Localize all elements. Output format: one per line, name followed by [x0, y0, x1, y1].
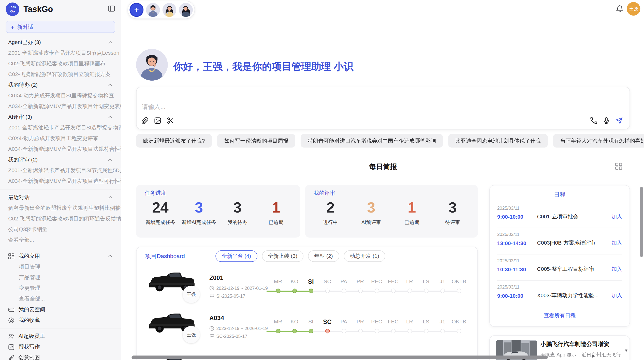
task-item[interactable]: Z001-全新燃油轻卡产品开发项目SI节点属性5D文件评审	[0, 165, 121, 176]
phone-call-icon[interactable]	[590, 117, 597, 125]
task-item[interactable]: A034-全新新能源MUV产品开发项目造型可行性评审	[0, 176, 121, 187]
app-item-project[interactable]: 项目管理	[0, 261, 121, 272]
join-link[interactable]: 加入	[611, 239, 622, 247]
sidebar-item-ai-staff[interactable]: AI超级员工	[0, 331, 121, 342]
chevron-up-icon	[108, 83, 113, 87]
section-recent-chats[interactable]: 最近对话	[0, 192, 121, 203]
add-agent-button[interactable]: +	[129, 3, 143, 17]
scissors-icon[interactable]	[167, 117, 174, 125]
task-item[interactable]: Z001-全新燃油皮卡产品开发项目SI节点Lesson Learn报告	[0, 48, 121, 58]
suggestion-chip[interactable]: 当下年轻人对汽车外观有怎样的喜好趋势	[553, 134, 644, 147]
stat: 3 待评审	[432, 199, 473, 226]
new-chat-button[interactable]: + 新对话	[6, 21, 115, 33]
section-my-review[interactable]: 我的评审 (2)	[0, 155, 121, 165]
composer-right-icons	[590, 117, 623, 125]
section-agent-done[interactable]: Agent已办 (3)	[0, 37, 121, 48]
user-avatar[interactable]: 王强	[627, 2, 640, 16]
vertical-scrollbar-thumb[interactable]	[640, 187, 643, 257]
milestone-label: LS	[418, 277, 434, 286]
avatar[interactable]	[179, 3, 193, 17]
task-item[interactable]: Z001-全新燃油轻卡产品开发项目SI造型提交物评审	[0, 123, 121, 133]
owner-name: 王强	[187, 291, 196, 297]
recent-chat-item[interactable]: C02-飞腾新能源轻客改款项目的闭环通告反馈情况	[0, 213, 121, 224]
attachment-icon[interactable]	[141, 117, 149, 125]
schedule-event: 2025/03/11 13:00-14:30 C003|H0B-方案冻结评审 加…	[497, 228, 622, 254]
join-link[interactable]: 加入	[611, 292, 622, 299]
logo-row: Task Go TaskGo	[0, 0, 121, 18]
recent-chat-item[interactable]: 解释最新出台的欧盟报废车法规再生塑料比例被调至15%...	[0, 203, 121, 213]
milestone-dot	[407, 289, 412, 293]
milestone-dot	[292, 289, 297, 293]
send-icon[interactable]	[615, 117, 623, 125]
chevron-up-icon	[108, 196, 113, 199]
suggestion-chip[interactable]: 特朗普可能对进口汽车增税会对中国车企造成哪些影响	[301, 134, 443, 147]
microphone-icon[interactable]	[603, 117, 610, 125]
milestone-dot	[374, 329, 379, 333]
sidebar-item-favorites[interactable]: 我的收藏	[0, 315, 121, 325]
sidebar-item-creative-draw[interactable]: 创意制图	[0, 352, 121, 360]
task-item[interactable]: C02-飞腾新能源轻客改款项目立项汇报方案	[0, 69, 121, 80]
logo-text-top: Task	[9, 6, 16, 9]
task-item[interactable]: C0X4-动力总成开发项目工程变更评审	[0, 133, 121, 144]
sidebar-item-label: 我的云空间	[19, 306, 45, 313]
sidebar-item-cloud-space[interactable]: 我的云空间	[0, 304, 121, 315]
join-link[interactable]: 加入	[611, 213, 622, 220]
suggestion-chip[interactable]: 欧洲新规最近颁布了什么?	[136, 134, 212, 147]
milestone-label: SI	[303, 318, 319, 326]
scroll-down-arrow-icon[interactable]: ▼	[624, 348, 628, 353]
milestone-dot	[457, 289, 461, 293]
sidebar: Task Go TaskGo + 新对话 Agent已办 (3) Z001-全新…	[0, 0, 121, 360]
stat-value: 3	[351, 199, 391, 216]
task-item[interactable]: C0X4-动力总成开发项目SI里程碑提交物检查	[0, 91, 121, 101]
join-link[interactable]: 加入	[611, 265, 622, 273]
chat-input[interactable]	[141, 103, 513, 111]
milestone-label-current: SC	[319, 318, 336, 326]
scroll-right-arrow-icon[interactable]: ▶	[592, 353, 595, 358]
filter-chip[interactable]: 全新平台 (4)	[215, 250, 257, 262]
milestone-label: LR	[401, 318, 418, 326]
task-item[interactable]: A034-全新新能源MUV产品开发项目法规符合性评审	[0, 144, 121, 155]
sidebar-item-label: 我的收藏	[19, 317, 40, 324]
flag-label: SI-2025-05-17	[216, 293, 245, 298]
milestone-labels: MR KO SI SC PA PR PEC FEC LR LS J1 OKTB	[270, 277, 467, 286]
schedule-event: 2025/03/11 10:30-11:30 C005-整车工程目标评审 加入	[497, 254, 622, 281]
milestone-dot	[424, 289, 428, 293]
event-time: 13:00-14:30	[497, 240, 537, 246]
task-item[interactable]: C02-飞腾新能源轻客改款项目里程碑画布	[0, 58, 121, 69]
project-owner-badge: 王强	[183, 286, 200, 303]
suggestion-chip[interactable]: 比亚迪全固态电池计划具体说了什么	[448, 134, 548, 147]
milestone-dot	[440, 289, 445, 293]
avatar[interactable]	[146, 3, 160, 17]
filter-chip[interactable]: 全新上装 (3)	[262, 250, 303, 262]
milestone-label: SC	[319, 277, 336, 286]
view-all-schedule-link[interactable]: 查看所有日程	[490, 312, 630, 319]
filter-chip[interactable]: 年型 (2)	[308, 250, 339, 262]
event-time: 9:00-10:00	[497, 292, 537, 298]
milestone-dot	[391, 289, 396, 293]
section-ai-review[interactable]: AI评审 (3)	[0, 112, 121, 123]
milestone-dot	[292, 329, 297, 333]
section-my-apps[interactable]: 我的应用	[0, 251, 121, 261]
horizontal-scrollbar-thumb[interactable]	[131, 356, 548, 359]
view-all-chats[interactable]: 查看全部...	[0, 235, 121, 245]
view-all-apps[interactable]: 查看全部...	[0, 293, 121, 304]
filter-chip[interactable]: 动总开发 (1)	[344, 250, 385, 262]
image-icon[interactable]	[154, 117, 162, 125]
recent-chat-item[interactable]: 公司Q3轻卡销量	[0, 224, 121, 235]
milestone-label: PEC	[369, 318, 385, 326]
assistant-avatar	[136, 49, 168, 80]
app-item-product[interactable]: 产品管理	[0, 272, 121, 283]
app-item-change[interactable]: 变更管理	[0, 283, 121, 293]
stat: 3 AI预评审	[351, 199, 391, 226]
sidebar-item-help-write[interactable]: 帮我写作	[0, 342, 121, 352]
notification-bell-icon[interactable]	[616, 5, 623, 13]
task-item[interactable]: A034-全新新能源MUV产品开发项目计划变更表编写	[0, 101, 121, 112]
collapse-sidebar-icon[interactable]	[108, 5, 115, 12]
avatar[interactable]	[163, 3, 177, 17]
stat-label: 我的待办	[218, 219, 257, 226]
section-my-todo[interactable]: 我的待办 (2)	[0, 80, 121, 91]
stat-value: 3	[432, 199, 473, 216]
suggestion-chip[interactable]: 如何写一份清晰的项目周报	[217, 134, 295, 147]
layout-grid-icon[interactable]	[615, 163, 622, 170]
event-title: C005-整车工程目标评审	[537, 265, 612, 273]
